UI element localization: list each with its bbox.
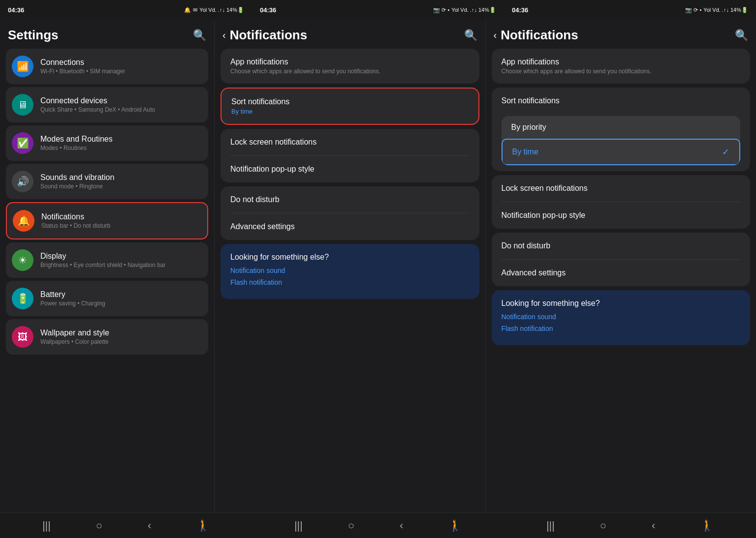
popup-style-label: Notification pop-up style	[230, 165, 470, 174]
sort-notifications-label: Sort notifications	[231, 97, 469, 106]
modes-subtitle: Modes • Routines	[40, 145, 113, 151]
settings-item-battery[interactable]: 🔋 Battery Power saving • Charging	[6, 281, 208, 316]
settings-item-connections[interactable]: 📶 Connections Wi-Fi • Bluetooth • SIM ma…	[6, 49, 208, 84]
by-time-option[interactable]: By time ✓	[502, 139, 741, 165]
connections-title: Connections	[40, 58, 125, 67]
dnd-card-right[interactable]: Do not disturb Advanced settings	[492, 233, 751, 286]
recent-apps-button-right[interactable]: |||	[546, 519, 555, 532]
connections-subtitle: Wi-Fi • Bluetooth • SIM manager	[40, 68, 125, 75]
app-notifications-card-right[interactable]: App notifications Choose which apps are …	[492, 49, 751, 84]
app-notifications-desc-right: Choose which apps are allowed to send yo…	[502, 68, 741, 75]
status-bar-left: 04:36 🔔 ✉ Yol Vd. .↑↓ 14%🔋	[0, 0, 252, 20]
notifications-title-mid: Notifications	[230, 28, 460, 43]
advanced-settings-label-right: Advanced settings	[502, 269, 741, 277]
back-nav-button-left[interactable]: ‹	[148, 519, 151, 532]
recent-apps-button-mid[interactable]: |||	[294, 519, 303, 532]
dnd-card[interactable]: Do not disturb Advanced settings	[220, 186, 479, 240]
check-icon: ✓	[722, 147, 729, 157]
connected-devices-icon: 🖥	[12, 94, 33, 116]
display-subtitle: Brightness • Eye comfort shield • Naviga…	[40, 262, 166, 269]
status-icons-left: 🔔 ✉ Yol Vd. .↑↓ 14%🔋	[184, 7, 244, 13]
lock-screen-card[interactable]: Lock screen notifications Notification p…	[220, 129, 479, 182]
status-icons-right: 📷 ⟳ • Yol Vd. .↑↓ 14%🔋	[685, 7, 748, 13]
gesture-button-left[interactable]: 🚶	[196, 519, 210, 532]
dnd-item[interactable]: Do not disturb	[220, 186, 479, 213]
time-mid: 04:36	[260, 6, 276, 14]
popup-style-label-right: Notification pop-up style	[502, 211, 741, 220]
connections-icon: 📶	[12, 56, 33, 77]
back-nav-button-right[interactable]: ‹	[652, 519, 655, 532]
lock-screen-item-right[interactable]: Lock screen notifications	[492, 175, 751, 202]
sort-notifications-item[interactable]: Sort notifications By time	[221, 89, 478, 124]
by-time-label: By time	[512, 148, 538, 156]
dnd-item-right[interactable]: Do not disturb	[492, 233, 751, 259]
notifications-icon: 🔔	[13, 210, 34, 232]
sort-notifications-item-right[interactable]: Sort notifications	[492, 88, 751, 114]
settings-item-display[interactable]: ☀ Display Brightness • Eye comfort shiel…	[6, 242, 208, 278]
gesture-button-right[interactable]: 🚶	[700, 519, 714, 532]
app-notifications-desc: Choose which apps are allowed to send yo…	[230, 68, 470, 75]
settings-item-notifications[interactable]: 🔔 Notifications Status bar • Do not dist…	[6, 202, 208, 239]
sounds-title: Sounds and vibration	[40, 173, 114, 182]
by-priority-option[interactable]: By priority	[502, 116, 741, 139]
wallpaper-title: Wallpaper and style	[40, 329, 109, 337]
settings-item-sounds[interactable]: 🔊 Sounds and vibration Sound mode • Ring…	[6, 164, 208, 199]
flash-notification-link-right[interactable]: Flash notification	[502, 325, 741, 332]
app-notifications-label: App notifications	[230, 58, 470, 66]
status-bar-right: 04:36 📷 ⟳ • Yol Vd. .↑↓ 14%🔋	[504, 0, 756, 20]
search-icon[interactable]: 🔍	[193, 29, 206, 42]
status-bar-mid: 04:36 📷 ⟳ • Yol Vd. .↑↓ 14%🔋	[252, 0, 504, 20]
notifications-panel-right: ‹ Notifications 🔍 App notifications Choo…	[485, 20, 756, 512]
notifications-title: Notifications	[41, 212, 110, 221]
notification-sound-link-right[interactable]: Notification sound	[502, 313, 741, 321]
sort-notifications-value: By time	[231, 108, 469, 115]
advanced-settings-label: Advanced settings	[230, 222, 470, 231]
advanced-settings-item-right[interactable]: Advanced settings	[492, 260, 751, 286]
wallpaper-icon: 🖼	[12, 326, 33, 348]
lock-screen-label: Lock screen notifications	[230, 138, 470, 147]
advanced-settings-item[interactable]: Advanced settings	[220, 213, 479, 240]
sort-notifications-card[interactable]: Sort notifications By time	[220, 88, 479, 125]
sort-dropdown[interactable]: By priority By time ✓	[502, 116, 741, 165]
battery-icon: 🔋	[12, 288, 33, 309]
time-right: 04:36	[512, 6, 528, 14]
modes-title: Modes and Routines	[40, 135, 113, 144]
app-notifications-item[interactable]: App notifications Choose which apps are …	[220, 49, 479, 84]
lock-screen-card-right[interactable]: Lock screen notifications Notification p…	[492, 175, 751, 229]
gesture-button-mid[interactable]: 🚶	[448, 519, 462, 532]
settings-item-connected-devices[interactable]: 🖥 Connected devices Quick Share • Samsun…	[6, 87, 208, 122]
looking-title-mid: Looking for something else?	[230, 253, 470, 262]
settings-panel: Settings 🔍 📶 Connections Wi-Fi • Bluetoo…	[0, 20, 214, 512]
time-left: 04:36	[8, 6, 24, 14]
app-notifications-card[interactable]: App notifications Choose which apps are …	[220, 49, 479, 84]
sort-notifications-card-right[interactable]: Sort notifications By priority By time ✓	[492, 88, 751, 171]
notifications-title-right: Notifications	[501, 28, 731, 43]
flash-notification-link-mid[interactable]: Flash notification	[230, 278, 470, 286]
home-button-mid[interactable]: ○	[348, 519, 354, 532]
back-button-mid[interactable]: ‹	[222, 30, 226, 41]
settings-item-wallpaper[interactable]: 🖼 Wallpaper and style Wallpapers • Color…	[6, 319, 208, 355]
connected-devices-title: Connected devices	[40, 96, 155, 105]
notification-sound-link-mid[interactable]: Notification sound	[230, 267, 470, 274]
search-icon-mid[interactable]: 🔍	[464, 29, 477, 42]
app-notifications-label-right: App notifications	[502, 58, 741, 66]
home-button-left[interactable]: ○	[96, 519, 102, 532]
looking-title-right: Looking for something else?	[502, 299, 741, 308]
sort-notifications-label-right: Sort notifications	[502, 96, 741, 105]
popup-style-item-right[interactable]: Notification pop-up style	[492, 202, 751, 229]
nav-bar-mid: ||| ○ ‹ 🚶	[252, 512, 504, 538]
dnd-label: Do not disturb	[230, 195, 470, 204]
nav-bar-right: ||| ○ ‹ 🚶	[504, 512, 756, 538]
app-notifications-item-right[interactable]: App notifications Choose which apps are …	[492, 49, 751, 84]
popup-style-item[interactable]: Notification pop-up style	[220, 156, 479, 182]
back-nav-button-mid[interactable]: ‹	[400, 519, 403, 532]
settings-item-modes[interactable]: ✅ Modes and Routines Modes • Routines	[6, 125, 208, 161]
search-icon-right[interactable]: 🔍	[735, 29, 748, 42]
battery-title: Battery	[40, 290, 105, 299]
home-button-right[interactable]: ○	[600, 519, 606, 532]
lock-screen-label-right: Lock screen notifications	[502, 184, 741, 193]
back-button-right[interactable]: ‹	[494, 30, 497, 41]
recent-apps-button-left[interactable]: |||	[42, 519, 51, 532]
notifications-header-right: ‹ Notifications 🔍	[492, 20, 751, 49]
lock-screen-item[interactable]: Lock screen notifications	[220, 129, 479, 155]
